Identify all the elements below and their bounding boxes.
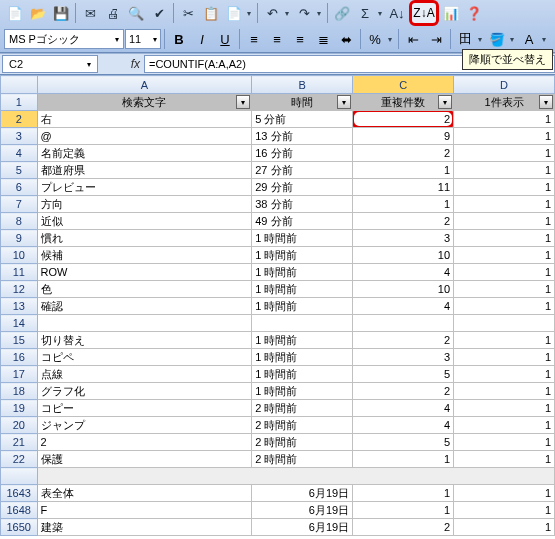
sum-icon[interactable]: Σ xyxy=(354,2,376,24)
cell[interactable]: 色 xyxy=(37,281,252,298)
cell[interactable]: 1 xyxy=(454,162,555,179)
row-head[interactable]: 2 xyxy=(1,111,38,128)
chevron-down-icon[interactable]: ▾ xyxy=(115,35,119,44)
fx-label[interactable]: fx xyxy=(100,57,144,71)
header-cell[interactable]: 重複件数▾ xyxy=(353,94,454,111)
cell[interactable]: 1 時間前 xyxy=(252,349,353,366)
row-head[interactable]: 12 xyxy=(1,281,38,298)
cell[interactable]: 建築 xyxy=(37,519,252,536)
filter-button[interactable]: ▾ xyxy=(539,95,553,109)
row-head[interactable]: 1 xyxy=(1,94,38,111)
cell[interactable]: 5 xyxy=(353,434,454,451)
copy-icon[interactable]: 📋 xyxy=(200,2,222,24)
col-head-D[interactable]: D xyxy=(454,76,555,94)
row-head[interactable]: 6 xyxy=(1,179,38,196)
cell[interactable]: 1 xyxy=(454,417,555,434)
cell[interactable]: 確認 xyxy=(37,298,252,315)
filter-button[interactable]: ▾ xyxy=(236,95,250,109)
cell[interactable]: 1 xyxy=(353,485,454,502)
header-cell[interactable]: 検索文字▾ xyxy=(37,94,252,111)
cell[interactable]: 11 xyxy=(353,179,454,196)
cell[interactable]: 10 xyxy=(353,281,454,298)
cell[interactable]: 1 xyxy=(454,383,555,400)
align-right-icon[interactable]: ≡ xyxy=(289,28,311,50)
cell[interactable]: 点線 xyxy=(37,366,252,383)
percent-icon[interactable]: % xyxy=(364,28,386,50)
cell[interactable]: コピペ xyxy=(37,349,252,366)
cell[interactable]: 1 xyxy=(454,179,555,196)
cut-icon[interactable]: ✂ xyxy=(177,2,199,24)
cell[interactable]: 2 xyxy=(353,383,454,400)
cell[interactable]: グラフ化 xyxy=(37,383,252,400)
cell[interactable]: F xyxy=(37,502,252,519)
cell[interactable]: 1 xyxy=(454,281,555,298)
chevron-down-icon[interactable]: ▾ xyxy=(87,60,91,69)
row-head[interactable]: 10 xyxy=(1,247,38,264)
cell[interactable]: 1 時間前 xyxy=(252,247,353,264)
col-head-B[interactable]: B xyxy=(252,76,353,94)
cell[interactable]: 13 分前 xyxy=(252,128,353,145)
cell[interactable]: プレビュー xyxy=(37,179,252,196)
align-center-icon[interactable]: ≡ xyxy=(266,28,288,50)
row-head[interactable]: 20 xyxy=(1,417,38,434)
cell[interactable]: 3 xyxy=(353,349,454,366)
cell[interactable]: 慣れ xyxy=(37,230,252,247)
cell[interactable]: ジャンプ xyxy=(37,417,252,434)
cell[interactable]: 1 xyxy=(454,434,555,451)
cell[interactable]: 2 時間前 xyxy=(252,400,353,417)
cell[interactable]: 1 時間前 xyxy=(252,230,353,247)
row-head[interactable]: 22 xyxy=(1,451,38,468)
row-head[interactable]: 1643 xyxy=(1,485,38,502)
align-justify-icon[interactable]: ≣ xyxy=(312,28,334,50)
border-dropdown-icon[interactable]: ▾ xyxy=(475,28,485,50)
cell[interactable]: @ xyxy=(37,128,252,145)
cell[interactable]: 2 xyxy=(353,213,454,230)
cell[interactable]: 1 時間前 xyxy=(252,332,353,349)
cell[interactable]: 名前定義 xyxy=(37,145,252,162)
cell[interactable]: 1 xyxy=(353,162,454,179)
cell[interactable]: 1 xyxy=(454,349,555,366)
row-head[interactable]: 8 xyxy=(1,213,38,230)
fontcolor-dropdown-icon[interactable]: ▾ xyxy=(539,28,549,50)
fill-icon[interactable]: 🪣 xyxy=(486,28,508,50)
row-head[interactable]: 9 xyxy=(1,230,38,247)
cell[interactable]: 6月19日 xyxy=(252,502,353,519)
cell[interactable]: 2 xyxy=(37,434,252,451)
cell[interactable]: 1 xyxy=(454,332,555,349)
cell[interactable]: 保護 xyxy=(37,451,252,468)
link-icon[interactable]: 🔗 xyxy=(331,2,353,24)
italic-button[interactable]: I xyxy=(191,28,213,50)
cell[interactable]: 16 分前 xyxy=(252,145,353,162)
sum-dropdown-icon[interactable]: ▾ xyxy=(375,2,385,24)
active-cell[interactable]: 2 xyxy=(353,111,454,128)
cell[interactable]: 5 xyxy=(353,366,454,383)
header-cell[interactable]: 1件表示▾ xyxy=(454,94,555,111)
mail-icon[interactable]: ✉ xyxy=(79,2,101,24)
spell-icon[interactable]: ✔ xyxy=(148,2,170,24)
cell[interactable]: 1 xyxy=(454,451,555,468)
cell[interactable]: 38 分前 xyxy=(252,196,353,213)
cell[interactable]: 2 時間前 xyxy=(252,417,353,434)
cell[interactable]: 1 xyxy=(454,264,555,281)
row-head[interactable]: 4 xyxy=(1,145,38,162)
cell[interactable]: 1 xyxy=(353,502,454,519)
print-icon[interactable]: 🖨 xyxy=(102,2,124,24)
align-left-icon[interactable]: ≡ xyxy=(243,28,265,50)
cell[interactable]: ROW xyxy=(37,264,252,281)
font-size-combo[interactable]: 11 ▾ xyxy=(125,29,161,49)
worksheet-grid[interactable]: A B C D 1 検索文字▾ 時間▾ 重複件数▾ 1件表示▾ 2 右 5 分前… xyxy=(0,75,555,536)
cell[interactable]: 1 xyxy=(454,366,555,383)
col-head-A[interactable]: A xyxy=(37,76,252,94)
cell[interactable]: 表全体 xyxy=(37,485,252,502)
cell[interactable]: 5 分前 xyxy=(252,111,353,128)
chart-icon[interactable]: 📊 xyxy=(440,2,462,24)
bold-button[interactable]: B xyxy=(168,28,190,50)
paste-dropdown-icon[interactable]: ▾ xyxy=(244,2,254,24)
cell[interactable]: 2 xyxy=(353,145,454,162)
cell[interactable]: 1 xyxy=(454,400,555,417)
chevron-down-icon[interactable]: ▾ xyxy=(153,35,157,44)
outdent-icon[interactable]: ⇤ xyxy=(402,28,424,50)
filter-button[interactable]: ▾ xyxy=(438,95,452,109)
select-all-corner[interactable] xyxy=(1,76,38,94)
cell[interactable]: 1 xyxy=(353,451,454,468)
